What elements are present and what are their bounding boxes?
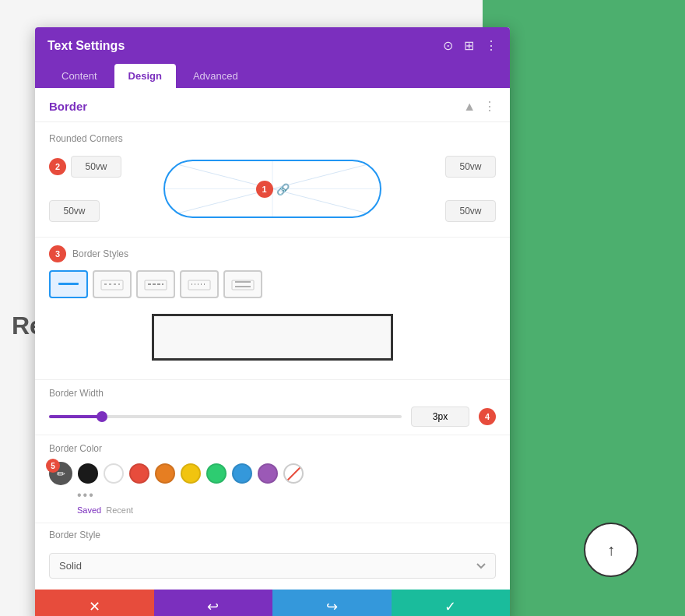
color-swatch-red[interactable] [129,463,149,484]
color-swatch-white[interactable] [104,463,124,484]
color-swatch-blue[interactable] [232,463,252,484]
panel-title: Text Settings [47,39,125,53]
tab-advanced[interactable]: Advanced [179,64,252,88]
corner-top-right-cell [441,156,496,178]
color-swatch-none[interactable] [283,463,304,484]
color-edit-wrapper: ✏ 5 [49,462,72,485]
border-style-solid-btn[interactable] [49,270,88,298]
more-options-icon[interactable]: ⋮ [485,38,497,53]
saved-label[interactable]: Saved [77,505,101,515]
corner-bottom-right-input[interactable] [445,200,496,222]
corner-top-left-input[interactable] [71,156,121,178]
corner-preview-area: 1 🔗 [107,152,438,226]
saved-recent-row: Saved Recent [49,505,496,515]
border-styles-area: 3 Border Styles [35,237,510,379]
color-swatch-yellow[interactable] [181,463,201,484]
corners-grid: 2 1 🔗 [49,152,496,226]
tab-content[interactable]: Content [47,64,111,88]
border-style-double-btn[interactable] [223,270,262,298]
scroll-to-top-button[interactable]: ↑ [584,523,638,577]
save-button[interactable]: ✓ [392,590,511,616]
svg-rect-4 [58,283,79,285]
color-more-button[interactable]: ••• [49,488,496,502]
border-width-slider-row: 4 [49,407,496,427]
rounded-corners-area: Rounded Corners 2 [35,122,510,237]
color-swatch-black[interactable] [78,463,98,484]
section-more-icon[interactable]: ⋮ [483,99,496,114]
border-section-header: Border ▲ ⋮ [35,88,510,122]
panel-header: Text Settings ⊙ ⊞ ⋮ [35,27,510,64]
color-swatches: ✏ 5 [49,462,496,485]
border-color-area: Border Color ✏ 5 ••• [35,435,510,523]
collapse-icon[interactable]: ▲ [463,100,476,114]
panel-tabs: Content Design Advanced [35,64,510,88]
border-style-dashed-btn[interactable] [136,270,175,298]
border-style-dotted-btn[interactable] [180,270,219,298]
rounded-rect-preview: 1 🔗 [163,160,381,218]
border-width-label: Border Width [49,388,496,399]
fullscreen-icon[interactable]: ⊙ [443,38,453,53]
border-preview-box [152,314,393,361]
border-styles-label: Border Styles [72,248,128,259]
tab-design[interactable]: Design [114,64,176,88]
corner-top-right-input[interactable] [445,156,496,178]
border-style-dropdown-area: Border Style Solid Dashed Dotted Double [35,523,510,590]
border-section-title: Border [49,100,87,113]
cancel-button[interactable]: ✕ [35,590,154,616]
border-width-thumb[interactable] [97,411,107,422]
corner-bottom-left-cell [49,200,104,222]
badge-1: 1 [256,181,273,198]
bottom-toolbar: ✕ ↩ ↪ ✓ [35,590,510,616]
redo-button[interactable]: ↪ [272,590,392,616]
settings-panel: Text Settings ⊙ ⊞ ⋮ Content Design Advan… [35,27,510,616]
border-width-area: Border Width 4 [35,379,510,435]
color-swatch-purple[interactable] [258,463,278,484]
color-edit-button[interactable]: ✏ 5 [49,462,72,485]
badge-5: 5 [46,459,60,473]
border-style-dropdown-label: Border Style [49,530,496,540]
columns-icon[interactable]: ⊞ [464,38,474,53]
border-style-select[interactable]: Solid Dashed Dotted Double [49,553,496,579]
badge-4: 4 [479,408,496,425]
border-width-track[interactable] [49,415,402,418]
badge-3: 3 [49,245,66,262]
border-color-label: Border Color [49,443,496,454]
border-style-dashed-light-btn[interactable] [93,270,132,298]
color-swatch-orange[interactable] [155,463,175,484]
recent-label[interactable]: Recent [106,505,133,515]
panel-body: Border ▲ ⋮ Rounded Corners 2 [35,88,510,616]
border-width-input[interactable] [411,407,469,427]
corner-bottom-right-cell [441,200,496,222]
svg-rect-5 [101,280,123,290]
color-swatch-green[interactable] [206,463,227,484]
panel-header-actions: ⊙ ⊞ ⋮ [443,38,497,53]
border-width-fill [49,415,102,418]
corner-bottom-left-input[interactable] [49,200,100,222]
section-header-icons: ▲ ⋮ [463,99,496,114]
badge-2: 2 [49,158,66,175]
corner-top-left-cell: 2 [49,156,104,178]
border-preview-area [49,306,496,368]
border-styles-row [49,270,496,298]
undo-button[interactable]: ↩ [154,590,273,616]
rounded-corners-label: Rounded Corners [49,133,496,144]
